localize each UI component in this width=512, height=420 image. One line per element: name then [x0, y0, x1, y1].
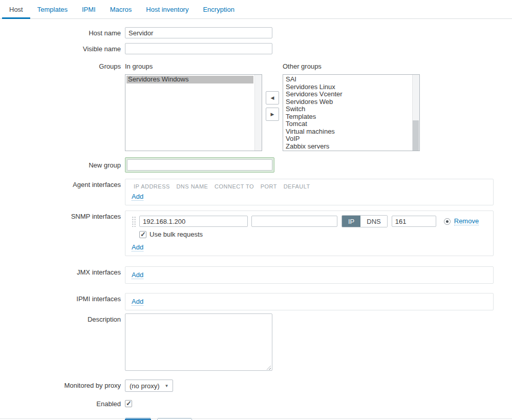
- drag-handle-icon[interactable]: [132, 216, 136, 227]
- host-name-input[interactable]: [125, 27, 272, 38]
- proxy-select[interactable]: (no proxy) ▼: [125, 380, 173, 392]
- snmp-dns-input[interactable]: [251, 216, 337, 227]
- list-item[interactable]: Servidores Linux: [284, 83, 411, 91]
- host-form: Host name Visible name Groups In groups …: [0, 19, 512, 420]
- list-item[interactable]: Tomcat: [284, 120, 411, 128]
- jmx-interfaces-label: JMX interfaces: [0, 266, 125, 284]
- list-item[interactable]: Zabbix servers: [284, 143, 411, 151]
- tab-host[interactable]: Host: [2, 1, 30, 19]
- interface-column-headers: IP ADDRESS DNS NAME CONNECT TO PORT DEFA…: [132, 183, 487, 190]
- agent-interfaces-box: IP ADDRESS DNS NAME CONNECT TO PORT DEFA…: [125, 179, 494, 205]
- enabled-label: Enabled: [0, 400, 125, 409]
- other-groups-label: Other groups: [283, 60, 420, 70]
- ip-toggle-button[interactable]: IP: [342, 216, 360, 227]
- agent-add-link[interactable]: Add: [132, 193, 143, 201]
- enabled-checkbox[interactable]: [125, 400, 132, 407]
- arrow-left-icon: ◀: [271, 95, 274, 100]
- tab-macros[interactable]: Macros: [103, 1, 139, 19]
- snmp-interfaces-label: SNMP interfaces: [0, 211, 125, 256]
- snmp-interfaces-box: IP DNS Remove Use bulk requests Add: [125, 211, 494, 256]
- proxy-selected-value: (no proxy): [130, 382, 160, 390]
- snmp-port-input[interactable]: [392, 216, 436, 227]
- description-label: Description: [0, 313, 125, 372]
- scrollbar-track[interactable]: [412, 75, 419, 151]
- move-left-button[interactable]: ◀: [266, 91, 279, 104]
- new-group-highlight: [125, 157, 274, 173]
- list-item[interactable]: Switch: [284, 106, 411, 113]
- tab-templates[interactable]: Templates: [30, 1, 75, 19]
- col-dns-name: DNS NAME: [176, 183, 208, 190]
- list-item[interactable]: Servidores Windows: [126, 76, 253, 83]
- connect-to-toggle: IP DNS: [342, 215, 388, 227]
- visible-name-label: Visible name: [0, 43, 125, 54]
- dns-toggle-button[interactable]: DNS: [360, 216, 387, 227]
- default-interface-radio[interactable]: [444, 218, 451, 225]
- list-item[interactable]: SAI: [284, 76, 411, 83]
- groups-label: Groups: [0, 60, 125, 151]
- tab-ipmi[interactable]: IPMI: [75, 1, 103, 19]
- ipmi-interfaces-label: IPMI interfaces: [0, 293, 125, 310]
- arrow-right-icon: ▶: [271, 112, 274, 117]
- jmx-interfaces-box: Add: [125, 266, 494, 284]
- snmp-remove-link[interactable]: Remove: [454, 217, 479, 225]
- col-default: DEFAULT: [284, 183, 310, 190]
- snmp-ip-input[interactable]: [139, 216, 248, 227]
- visible-name-input[interactable]: [125, 43, 272, 54]
- host-config-page: Host Templates IPMI Macros Host inventor…: [0, 0, 512, 420]
- bottom-divider: [0, 418, 512, 419]
- list-item[interactable]: Servidores Web: [284, 98, 411, 106]
- scrollbar-track[interactable]: [254, 75, 262, 151]
- new-group-label: New group: [0, 157, 125, 173]
- snmp-add-link[interactable]: Add: [132, 243, 143, 251]
- list-item[interactable]: Servidores Vcenter: [284, 91, 411, 98]
- other-groups-listbox[interactable]: SAI Servidores Linux Servidores Vcenter …: [283, 74, 420, 151]
- scrollbar-thumb[interactable]: [413, 120, 419, 151]
- in-groups-label: In groups: [125, 60, 262, 70]
- tab-encryption[interactable]: Encryption: [196, 1, 241, 19]
- jmx-add-link[interactable]: Add: [132, 271, 143, 279]
- col-connect-to: CONNECT TO: [215, 183, 254, 190]
- col-ip-address: IP ADDRESS: [134, 183, 170, 190]
- host-name-label: Host name: [0, 27, 125, 38]
- description-textarea[interactable]: [125, 313, 272, 371]
- list-item[interactable]: Virtual machines: [284, 128, 411, 136]
- bulk-requests-checkbox[interactable]: [139, 231, 146, 238]
- list-item[interactable]: Templates: [284, 113, 411, 121]
- bulk-requests-label: Use bulk requests: [150, 230, 203, 238]
- proxy-label: Monitored by proxy: [0, 380, 125, 392]
- new-group-input[interactable]: [127, 159, 272, 171]
- ipmi-add-link[interactable]: Add: [132, 298, 143, 306]
- in-groups-listbox[interactable]: Servidores Windows: [125, 74, 262, 151]
- tab-host-inventory[interactable]: Host inventory: [139, 1, 196, 19]
- ipmi-interfaces-box: Add: [125, 293, 494, 310]
- list-item[interactable]: VoIP: [284, 135, 411, 143]
- tab-bar: Host Templates IPMI Macros Host inventor…: [0, 0, 512, 19]
- col-port: PORT: [261, 183, 277, 190]
- agent-interfaces-label: Agent interfaces: [0, 179, 125, 205]
- move-right-button[interactable]: ▶: [266, 108, 279, 121]
- chevron-down-icon: ▼: [165, 384, 169, 388]
